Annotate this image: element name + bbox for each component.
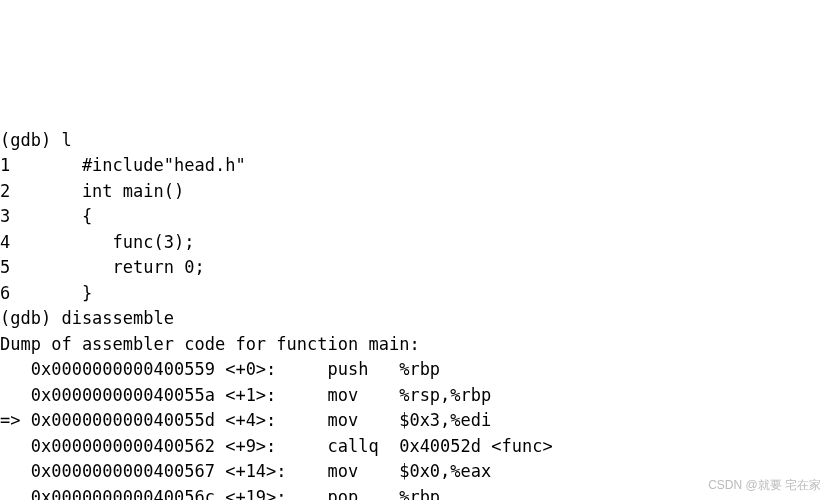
source-line-6: 6 } [0,283,92,303]
asm-line-5: 0x0000000000400567 <+14>: mov $0x0,%eax [0,461,491,481]
gdb-prompt-list: (gdb) l [0,130,72,150]
asm-line-1: 0x0000000000400559 <+0>: push %rbp [0,359,440,379]
source-line-4: 4 func(3); [0,232,194,252]
dump-header: Dump of assembler code for function main… [0,334,420,354]
gdb-terminal[interactable]: (gdb) l 1 #include"head.h" 2 int main() … [0,102,831,500]
watermark-text: CSDN @就要 宅在家 [708,476,821,494]
asm-line-4: 0x0000000000400562 <+9>: callq 0x40052d … [0,436,553,456]
gdb-prompt-disassemble: (gdb) disassemble [0,308,174,328]
asm-line-current: => 0x000000000040055d <+4>: mov $0x3,%ed… [0,410,491,430]
source-line-5: 5 return 0; [0,257,205,277]
source-line-2: 2 int main() [0,181,184,201]
asm-line-2: 0x000000000040055a <+1>: mov %rsp,%rbp [0,385,491,405]
source-line-3: 3 { [0,206,92,226]
source-line-1: 1 #include"head.h" [0,155,246,175]
asm-line-6: 0x000000000040056c <+19>: pop %rbp [0,487,440,501]
